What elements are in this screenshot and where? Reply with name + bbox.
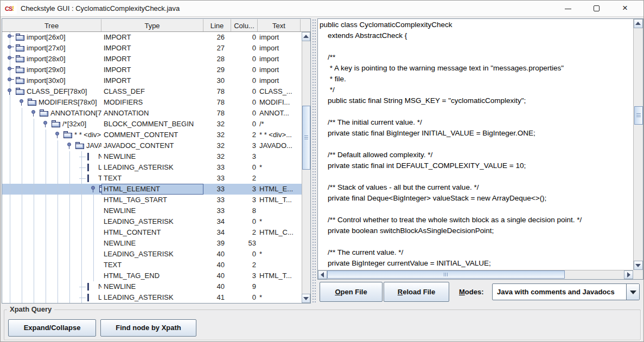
tree-table-row[interactable]: NEWLINENEWLINE409 (2, 281, 302, 292)
modes-selected-value: Java with comments and Javadocs (497, 284, 625, 300)
scroll-up-button[interactable] (634, 19, 643, 28)
expand-collapse-button[interactable]: Expand/Collapse (8, 319, 96, 337)
maximize-button[interactable] (584, 1, 609, 17)
tree-guide-line (22, 227, 22, 238)
tree-guide-line (69, 205, 70, 216)
tree-table-row[interactable]: TEXTTEXT402 (2, 260, 302, 270)
tree-guide-line (34, 260, 34, 270)
tree-guide-line (69, 238, 70, 249)
tree-guide-line (22, 292, 22, 303)
tree-table-row[interactable]: MODIFIERS[78x0]MODIFIERS780MODIFI... (2, 97, 302, 108)
scroll-right-button[interactable] (624, 270, 633, 279)
tree-guide-line (10, 151, 10, 162)
type-cell: NEWLINE (101, 238, 203, 249)
scrollbar-thumb[interactable] (634, 106, 643, 125)
combobox-dropdown-button[interactable] (626, 284, 639, 300)
tree-guide-line (81, 227, 82, 238)
text-cell (258, 173, 301, 184)
collapse-handle-icon[interactable] (18, 99, 25, 106)
column-header-tree[interactable]: Tree (2, 19, 101, 31)
column-header-column[interactable]: Colu... (231, 19, 258, 31)
tree-guide-line (34, 292, 34, 303)
modes-combobox[interactable]: Java with comments and Javadocs (492, 283, 640, 300)
close-button[interactable]: × (615, 1, 640, 17)
tree-vertical-scrollbar[interactable] (302, 32, 310, 303)
collapse-handle-icon[interactable] (90, 186, 97, 192)
tree-table-row[interactable]: HTML_CONTENTHTML_CONTENT342HTML_C... (2, 227, 302, 238)
type-cell: LEADING_ASTERISK (101, 249, 203, 260)
tree-table-row[interactable]: HTML_ELEMENTHTML_ELEMENT333HTML_E... (2, 184, 302, 195)
tree-table-row[interactable]: /*[32x0]BLOCK_COMMENT_BEGIN320/* (2, 119, 302, 130)
scroll-up-button[interactable] (302, 32, 310, 41)
tree-guide-line (10, 119, 10, 130)
tree-table-row[interactable]: ANNOTATION[78x0]ANNOTATION780ANNOT... (2, 108, 302, 119)
tree-table-row[interactable]: CLASS_DEF[78x0]CLASS_DEF780CLASS_... (2, 86, 302, 97)
code-vertical-scrollbar[interactable] (633, 19, 643, 270)
tree-table-row[interactable]: TEXTTEXT332 (2, 173, 302, 184)
tree-cell: CLASS_DEF[78x0] (2, 86, 101, 97)
tree-table-row[interactable]: import[28x0]IMPORT280import (2, 54, 302, 64)
column-header-line[interactable]: Line (203, 19, 231, 31)
scroll-left-button[interactable] (318, 270, 327, 279)
expand-handle-icon[interactable] (7, 67, 13, 73)
tree-guide-line (34, 173, 34, 184)
tree-node-label: import[30x0] (27, 75, 66, 86)
code-viewport[interactable]: public class CyclomaticComplexityCheck e… (318, 19, 633, 270)
scroll-down-button[interactable] (634, 261, 643, 270)
tree-table-row[interactable]: import[29x0]IMPORT290import (2, 64, 302, 75)
tree-node-label: CLASS_DEF[78x0] (27, 86, 87, 97)
find-node-by-xpath-button[interactable]: Find node by Xpath (100, 319, 196, 337)
collapse-handle-icon[interactable] (54, 132, 61, 138)
table-body: import[26x0]IMPORT260importimport[27x0]I… (2, 32, 302, 303)
expand-handle-icon[interactable] (7, 56, 13, 62)
collapse-handle-icon[interactable] (66, 143, 73, 149)
line-cell: 32 (203, 151, 231, 162)
tree-table-row[interactable]: JAVADOC_CONTENTJAVADOC_CONTENT323JAVADO.… (2, 140, 302, 151)
tree-guide-line (58, 238, 58, 249)
tree-guide-line (58, 260, 58, 270)
tree-guide-line (34, 227, 34, 238)
column-header-type[interactable]: Type (101, 19, 203, 31)
expand-handle-icon[interactable] (7, 78, 13, 84)
tree-table-row[interactable]: * * <div>...COMMENT_CONTENT322* * <div>.… (2, 130, 302, 140)
tree-guide-line (10, 216, 10, 227)
open-file-button[interactable]: Open File (320, 282, 382, 302)
collapse-handle-icon[interactable] (30, 110, 37, 117)
collapse-handle-icon[interactable] (7, 88, 13, 95)
col-cell: 0 (231, 43, 258, 54)
tree-guide-line (58, 205, 58, 216)
tree-node-label: TEXT (98, 173, 101, 184)
tree-table-row[interactable]: LEADING_ASTERISKLEADING_ASTERISK330* (2, 162, 302, 173)
code-horizontal-scrollbar[interactable] (318, 270, 633, 279)
tree-table-row[interactable]: NEWLINENEWLINE338 (2, 205, 302, 216)
type-cell: NEWLINE (101, 205, 203, 216)
minimize-button[interactable] (556, 1, 581, 17)
reload-file-button[interactable]: Reload File (384, 282, 449, 302)
tree-guide-line (22, 173, 22, 184)
scrollbar-thumb[interactable] (302, 106, 310, 170)
tree-cell: NEWLINE (2, 281, 101, 292)
expand-handle-icon[interactable] (7, 34, 13, 41)
tree-table-row[interactable]: import[30x0]IMPORT300import (2, 75, 302, 86)
collapse-handle-icon[interactable] (42, 121, 49, 127)
tree-table-row[interactable]: LEADING_ASTERISKLEADING_ASTERISK400* (2, 249, 302, 260)
tree-table-row[interactable]: LEADING_ASTERISKLEADING_ASTERISK410* (2, 292, 302, 303)
tree-guide-line (46, 281, 46, 292)
tree-table-row[interactable]: import[27x0]IMPORT270import (2, 43, 302, 54)
tree-table-row[interactable]: NEWLINENEWLINE323 (2, 151, 302, 162)
split-pane-divider[interactable] (311, 18, 317, 304)
tree-table-row[interactable]: import[26x0]IMPORT260import (2, 32, 302, 43)
type-cell: IMPORT (101, 43, 203, 54)
tree-guide-line (69, 195, 70, 205)
tree-guide-line (22, 119, 22, 130)
tree-table-row[interactable]: HTML_TAG_STARTHTML_TAG_START333HTML_T... (2, 195, 302, 205)
scroll-down-button[interactable] (302, 294, 310, 303)
scrollbar-thumb[interactable] (327, 270, 565, 279)
type-cell: LEADING_ASTERISK (101, 292, 203, 303)
tree-table-row[interactable]: LEADING_ASTERISKLEADING_ASTERISK340* (2, 216, 302, 227)
arrow-up-icon (303, 35, 309, 38)
tree-table-row[interactable]: HTML_TAG_ENDHTML_TAG_END403HTML_T... (2, 270, 302, 281)
column-header-text[interactable]: Text (258, 19, 301, 31)
expand-handle-icon[interactable] (7, 45, 13, 51)
tree-table-row[interactable]: NEWLINENEWLINE3953 (2, 238, 302, 249)
